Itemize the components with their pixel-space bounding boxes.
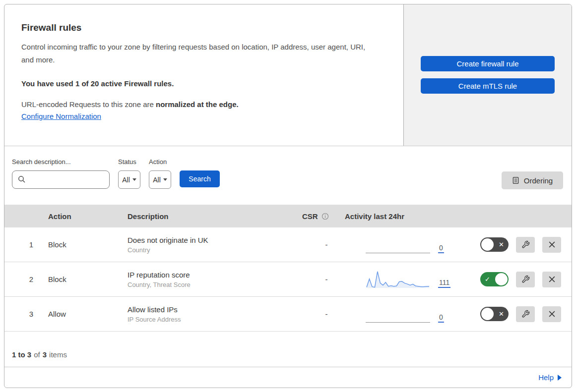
wrench-icon bbox=[521, 275, 530, 283]
rule-criteria: IP Source Address bbox=[128, 316, 291, 323]
activity-sparkline bbox=[366, 270, 430, 289]
rule-action: Allow bbox=[48, 310, 128, 318]
rule-csr-value: - bbox=[291, 310, 345, 318]
activity-count-link[interactable]: 111 bbox=[438, 279, 450, 288]
action-filter-group: Action All bbox=[149, 158, 171, 205]
rule-description: IP reputation score bbox=[128, 271, 291, 279]
search-box bbox=[12, 170, 110, 189]
list-icon bbox=[512, 176, 519, 184]
status-dropdown-value: All bbox=[122, 176, 130, 184]
rule-enabled-toggle[interactable]: ✓ ✕ bbox=[480, 237, 509, 252]
x-icon: ✕ bbox=[499, 311, 504, 317]
ordering-button-label: Ordering bbox=[524, 176, 553, 185]
wrench-icon bbox=[521, 240, 530, 249]
rule-criteria: Country, Threat Score bbox=[128, 281, 291, 288]
rule-priority: 1 bbox=[4, 240, 48, 249]
page-title: Firewall rules bbox=[21, 22, 381, 33]
rule-enabled-toggle[interactable]: ✓ ✕ bbox=[480, 272, 509, 286]
rule-enabled-toggle[interactable]: ✓ ✕ bbox=[480, 307, 509, 321]
help-link-label: Help bbox=[538, 373, 554, 382]
rule-csr-value: - bbox=[291, 240, 345, 249]
activity-count-link[interactable]: 0 bbox=[438, 313, 444, 323]
rule-activity-cell: 0 bbox=[345, 235, 456, 255]
normalization-prefix: URL-encoded Requests to this zone are bbox=[21, 100, 154, 109]
table-row: 2 Block IP reputation score Country, Thr… bbox=[4, 262, 572, 297]
rule-priority: 3 bbox=[4, 310, 48, 318]
rule-description-cell: Does not originate in UK Country bbox=[128, 236, 291, 254]
configure-normalization-link[interactable]: Configure Normalization bbox=[21, 112, 101, 120]
action-dropdown[interactable]: All bbox=[149, 170, 171, 189]
action-dropdown-value: All bbox=[153, 176, 161, 184]
normalization-note: URL-encoded Requests to this zone are no… bbox=[21, 100, 381, 109]
x-icon: ✕ bbox=[499, 241, 504, 248]
actions-panel: Create firewall rule Create mTLS rule bbox=[403, 4, 572, 146]
toggle-knob bbox=[481, 238, 494, 251]
items-label: items bbox=[49, 350, 67, 359]
rule-priority: 2 bbox=[4, 275, 48, 283]
activity-count-link[interactable]: 0 bbox=[438, 244, 444, 253]
create-firewall-rule-button[interactable]: Create firewall rule bbox=[421, 56, 555, 71]
firewall-rules-card: Firewall rules Control incoming traffic … bbox=[4, 4, 572, 388]
table-row: 1 Block Does not originate in UK Country… bbox=[4, 227, 572, 262]
top-section: Firewall rules Control incoming traffic … bbox=[4, 4, 572, 146]
close-icon bbox=[548, 310, 556, 318]
pagination-summary: 1 to 3 of 3 items bbox=[4, 332, 572, 367]
info-icon[interactable] bbox=[321, 213, 329, 220]
usage-note: You have used 1 of 20 active Firewall ru… bbox=[21, 79, 381, 88]
rule-csr-value: - bbox=[291, 275, 345, 283]
delete-rule-button[interactable] bbox=[542, 237, 561, 253]
rule-description-cell: Allow listed IPs IP Source Address bbox=[128, 305, 291, 323]
edit-rule-button[interactable] bbox=[516, 272, 535, 287]
items-range: 1 to 3 bbox=[12, 350, 31, 359]
chevron-down-icon bbox=[132, 178, 136, 181]
page-description: Control incoming traffic to your zone by… bbox=[21, 41, 379, 66]
status-dropdown[interactable]: All bbox=[118, 170, 140, 189]
ordering-button[interactable]: Ordering bbox=[502, 171, 563, 189]
wrench-icon bbox=[521, 310, 530, 318]
search-group: Search description... bbox=[12, 158, 110, 205]
search-button[interactable]: Search bbox=[180, 170, 220, 187]
rule-action: Block bbox=[48, 275, 128, 283]
close-icon bbox=[548, 241, 556, 248]
items-total: 3 bbox=[43, 350, 47, 359]
delete-rule-button[interactable] bbox=[542, 272, 561, 287]
rule-description: Does not originate in UK bbox=[128, 236, 291, 244]
column-header-activity: Activity last 24hr bbox=[345, 212, 456, 221]
column-header-description: Description bbox=[128, 212, 291, 221]
normalization-bold: normalized at the edge. bbox=[156, 100, 239, 109]
help-bar: Help bbox=[4, 367, 572, 388]
status-label: Status bbox=[118, 158, 140, 166]
create-mtls-rule-button[interactable]: Create mTLS rule bbox=[421, 78, 555, 94]
rule-description-cell: IP reputation score Country, Threat Scor… bbox=[128, 271, 291, 288]
toggle-knob bbox=[495, 273, 508, 285]
rule-activity-cell: 0 bbox=[345, 304, 456, 324]
arrow-right-icon bbox=[558, 375, 562, 381]
table-header: Action Description CSR Activity last 24h… bbox=[4, 205, 572, 227]
help-link[interactable]: Help bbox=[538, 373, 562, 382]
check-icon: ✓ bbox=[485, 276, 490, 282]
action-label: Action bbox=[149, 158, 171, 166]
delete-rule-button[interactable] bbox=[542, 306, 561, 322]
status-filter-group: Status All bbox=[118, 158, 140, 205]
rule-description: Allow listed IPs bbox=[128, 305, 291, 314]
rule-action: Block bbox=[48, 240, 128, 249]
search-input[interactable] bbox=[12, 170, 110, 189]
rule-controls: ✓ ✕ bbox=[456, 306, 572, 322]
table-row: 3 Allow Allow listed IPs IP Source Addre… bbox=[4, 297, 572, 332]
column-header-action: Action bbox=[48, 212, 128, 221]
intro-card: Firewall rules Control incoming traffic … bbox=[4, 4, 403, 146]
rule-activity-cell: 111 bbox=[345, 270, 456, 289]
edit-rule-button[interactable] bbox=[516, 237, 535, 253]
rule-criteria: Country bbox=[128, 246, 291, 254]
edit-rule-button[interactable] bbox=[516, 306, 535, 322]
close-icon bbox=[548, 276, 556, 283]
search-label: Search description... bbox=[12, 158, 110, 166]
toggle-knob bbox=[481, 308, 494, 320]
activity-sparkline bbox=[366, 304, 430, 324]
search-icon bbox=[18, 175, 26, 183]
activity-sparkline bbox=[366, 235, 430, 255]
rule-controls: ✓ ✕ bbox=[456, 272, 572, 287]
of-label: of bbox=[34, 350, 40, 359]
chevron-down-icon bbox=[163, 178, 167, 181]
filter-bar: Search description... Status All Action … bbox=[4, 146, 572, 205]
